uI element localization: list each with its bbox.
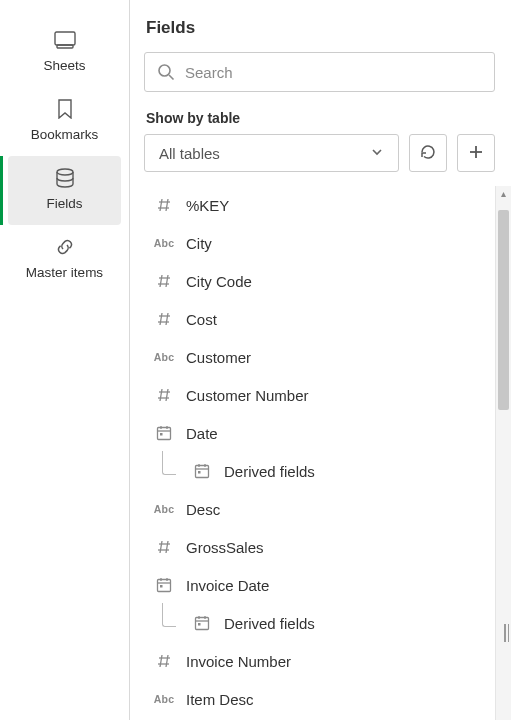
svg-rect-46	[198, 623, 201, 626]
field-type-num-icon	[152, 538, 176, 556]
svg-point-2	[57, 169, 73, 175]
field-row[interactable]: Invoice Number	[144, 642, 495, 680]
scroll-up-icon[interactable]: ▴	[496, 186, 511, 200]
field-row[interactable]: Date	[144, 414, 495, 452]
svg-line-4	[169, 75, 174, 80]
field-row[interactable]: AbcCustomer	[144, 338, 495, 376]
resize-handle-icon[interactable]	[504, 624, 509, 642]
svg-rect-28	[196, 466, 209, 478]
bookmark-icon	[54, 99, 76, 119]
svg-rect-32	[198, 471, 201, 474]
plus-icon	[468, 144, 484, 163]
svg-rect-0	[55, 32, 75, 45]
field-list: %KEYAbcCityCity CodeCostAbcCustomerCusto…	[144, 186, 495, 720]
sheet-icon	[54, 30, 76, 50]
field-type-date-icon	[152, 577, 176, 593]
nav-label: Fields	[46, 196, 82, 211]
chevron-down-icon	[370, 145, 384, 162]
show-by-table-label: Show by table	[146, 110, 511, 126]
tree-connector-icon	[162, 451, 176, 475]
refresh-button[interactable]	[409, 134, 447, 172]
svg-line-14	[166, 275, 168, 287]
svg-line-10	[166, 199, 168, 211]
field-type-abc-icon: Abc	[152, 503, 176, 515]
field-row[interactable]: AbcCity	[144, 224, 495, 262]
svg-line-21	[160, 389, 162, 401]
main-panel: Fields Show by table All tables	[130, 0, 511, 720]
svg-point-3	[159, 65, 170, 76]
field-row[interactable]: AbcItem Desc	[144, 680, 495, 718]
field-row[interactable]: AbcDesc	[144, 490, 495, 528]
field-row[interactable]: Invoice Date	[144, 566, 495, 604]
database-icon	[54, 168, 76, 188]
svg-line-17	[160, 313, 162, 325]
field-row[interactable]: Derived fields	[144, 604, 495, 642]
field-label: Invoice Number	[186, 653, 291, 670]
svg-rect-1	[57, 45, 73, 48]
field-label: Desc	[186, 501, 220, 518]
scroll-thumb[interactable]	[498, 210, 509, 410]
nav-label: Master items	[26, 265, 103, 280]
search-input[interactable]	[185, 64, 482, 81]
field-row[interactable]: GrossSales	[144, 528, 495, 566]
field-label: City	[186, 235, 212, 252]
scrollbar[interactable]: ▴	[495, 186, 511, 720]
field-label: Derived fields	[224, 615, 315, 632]
field-label: Invoice Date	[186, 577, 269, 594]
field-type-date-icon	[152, 425, 176, 441]
svg-rect-37	[158, 580, 171, 592]
field-label: Customer	[186, 349, 251, 366]
svg-line-13	[160, 275, 162, 287]
svg-rect-23	[158, 428, 171, 440]
field-row[interactable]: Cost	[144, 300, 495, 338]
field-label: Derived fields	[224, 463, 315, 480]
field-label: GrossSales	[186, 539, 264, 556]
svg-line-18	[166, 313, 168, 325]
field-label: Cost	[186, 311, 217, 328]
field-type-num-icon	[152, 652, 176, 670]
nav-fields[interactable]: Fields	[8, 156, 121, 225]
table-select[interactable]: All tables	[144, 134, 399, 172]
search-box[interactable]	[144, 52, 495, 92]
svg-line-35	[160, 541, 162, 553]
nav-master-items[interactable]: Master items	[0, 225, 129, 294]
nav-label: Bookmarks	[31, 127, 99, 142]
panel-title: Fields	[144, 18, 511, 38]
field-type-num-icon	[152, 272, 176, 290]
field-row[interactable]: Customer Number	[144, 376, 495, 414]
field-row[interactable]: City Code	[144, 262, 495, 300]
field-type-num-icon	[152, 386, 176, 404]
field-type-date-icon	[190, 463, 214, 479]
svg-line-50	[166, 655, 168, 667]
field-label: Date	[186, 425, 218, 442]
field-row[interactable]: %KEY	[144, 186, 495, 224]
svg-rect-42	[196, 618, 209, 630]
field-type-num-icon	[152, 196, 176, 214]
field-type-abc-icon: Abc	[152, 351, 176, 363]
sidebar: Sheets Bookmarks Fields	[0, 0, 130, 720]
tree-connector-icon	[162, 603, 176, 627]
field-type-date-icon	[190, 615, 214, 631]
svg-line-49	[160, 655, 162, 667]
add-button[interactable]	[457, 134, 495, 172]
field-type-abc-icon: Abc	[152, 693, 176, 705]
svg-rect-27	[160, 433, 163, 436]
field-row[interactable]: Derived fields	[144, 452, 495, 490]
field-label: %KEY	[186, 197, 229, 214]
nav-sheets[interactable]: Sheets	[0, 18, 129, 87]
search-icon	[157, 63, 175, 81]
field-label: Customer Number	[186, 387, 309, 404]
svg-line-22	[166, 389, 168, 401]
svg-line-36	[166, 541, 168, 553]
field-label: City Code	[186, 273, 252, 290]
svg-line-9	[160, 199, 162, 211]
nav-label: Sheets	[43, 58, 85, 73]
svg-rect-41	[160, 585, 163, 588]
field-label: Item Desc	[186, 691, 254, 708]
field-type-abc-icon: Abc	[152, 237, 176, 249]
link-icon	[54, 237, 76, 257]
refresh-icon	[419, 143, 437, 164]
table-select-value: All tables	[159, 145, 220, 162]
nav-bookmarks[interactable]: Bookmarks	[0, 87, 129, 156]
field-type-num-icon	[152, 310, 176, 328]
